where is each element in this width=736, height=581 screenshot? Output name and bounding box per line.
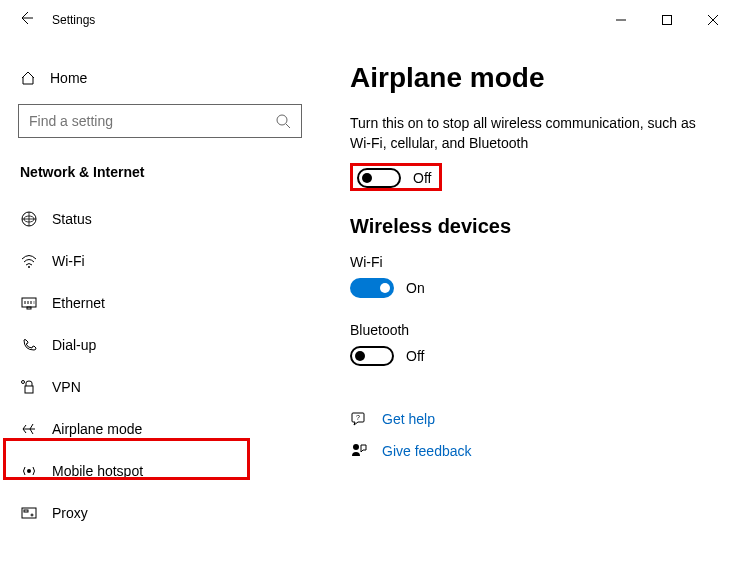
svg-rect-15	[25, 386, 33, 393]
svg-point-8	[28, 266, 30, 268]
sidebar-item-vpn[interactable]: VPN	[0, 366, 320, 408]
svg-rect-19	[24, 510, 28, 512]
titlebar: Settings	[0, 0, 736, 40]
nav-label: Proxy	[52, 505, 88, 521]
get-help-link[interactable]: Get help	[382, 411, 435, 427]
sidebar: Home Network & Internet Status Wi-Fi Eth…	[0, 40, 320, 581]
ethernet-icon	[20, 294, 38, 312]
wifi-toggle[interactable]	[350, 278, 394, 298]
get-help-row[interactable]: ? Get help	[350, 410, 706, 428]
svg-point-16	[22, 381, 25, 384]
page-title: Airplane mode	[350, 62, 706, 94]
svg-point-22	[353, 444, 359, 450]
sidebar-item-proxy[interactable]: Proxy	[0, 492, 320, 534]
proxy-icon	[20, 504, 38, 522]
airplane-toggle-state: Off	[413, 170, 431, 186]
window-title: Settings	[52, 13, 95, 27]
home-icon	[20, 70, 36, 86]
svg-point-5	[277, 115, 287, 125]
nav-label: Wi-Fi	[52, 253, 85, 269]
maximize-button[interactable]	[644, 4, 690, 36]
svg-text:?: ?	[356, 414, 360, 421]
nav-label: Mobile hotspot	[52, 463, 143, 479]
feedback-row[interactable]: Give feedback	[350, 442, 706, 460]
nav-label: VPN	[52, 379, 81, 395]
sidebar-item-ethernet[interactable]: Ethernet	[0, 282, 320, 324]
status-icon	[20, 210, 38, 228]
bluetooth-toggle[interactable]	[350, 346, 394, 366]
nav-label: Status	[52, 211, 92, 227]
svg-line-6	[286, 124, 290, 128]
nav-label: Ethernet	[52, 295, 105, 311]
bluetooth-toggle-row: Off	[350, 346, 706, 366]
close-button[interactable]	[690, 4, 736, 36]
help-icon: ?	[350, 410, 368, 428]
wifi-toggle-state: On	[406, 280, 425, 296]
bluetooth-toggle-state: Off	[406, 348, 424, 364]
wifi-label: Wi-Fi	[350, 254, 706, 270]
airplane-toggle[interactable]	[357, 168, 401, 188]
svg-rect-2	[663, 16, 672, 25]
minimize-button[interactable]	[598, 4, 644, 36]
home-nav[interactable]: Home	[0, 60, 320, 96]
feedback-link[interactable]: Give feedback	[382, 443, 472, 459]
airplane-description: Turn this on to stop all wireless commun…	[350, 114, 706, 153]
svg-rect-10	[27, 307, 31, 309]
search-icon	[275, 113, 291, 129]
search-input[interactable]	[29, 113, 275, 129]
svg-point-20	[31, 514, 33, 516]
sidebar-item-status[interactable]: Status	[0, 198, 320, 240]
sidebar-item-wifi[interactable]: Wi-Fi	[0, 240, 320, 282]
vpn-icon	[20, 378, 38, 396]
search-box[interactable]	[18, 104, 302, 138]
wifi-toggle-row: On	[350, 278, 706, 298]
svg-point-17	[27, 469, 31, 473]
feedback-icon	[350, 442, 368, 460]
dialup-icon	[20, 336, 38, 354]
sidebar-item-hotspot[interactable]: Mobile hotspot	[0, 450, 320, 492]
bluetooth-label: Bluetooth	[350, 322, 706, 338]
home-label: Home	[50, 70, 87, 86]
nav-label: Airplane mode	[52, 421, 142, 437]
nav-label: Dial-up	[52, 337, 96, 353]
sidebar-item-airplane[interactable]: Airplane mode	[0, 408, 320, 450]
airplane-toggle-row: Off	[350, 163, 442, 191]
wifi-icon	[20, 252, 38, 270]
wireless-devices-title: Wireless devices	[350, 215, 706, 238]
airplane-icon	[20, 420, 38, 438]
category-label: Network & Internet	[0, 156, 320, 198]
window-controls	[598, 4, 736, 36]
sidebar-item-dialup[interactable]: Dial-up	[0, 324, 320, 366]
back-button[interactable]	[18, 10, 34, 30]
main-content: Airplane mode Turn this on to stop all w…	[320, 40, 736, 581]
hotspot-icon	[20, 462, 38, 480]
